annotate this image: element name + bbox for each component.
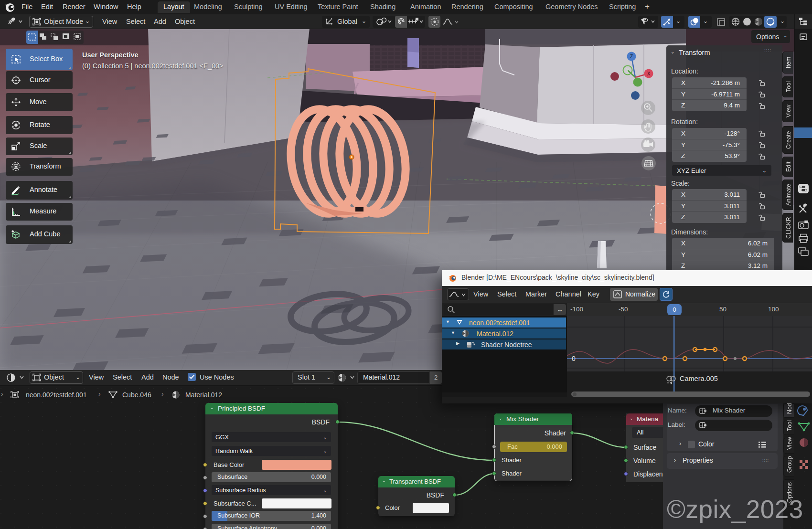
svg-text:Camera.005: Camera.005: [680, 375, 718, 382]
svg-text:X: X: [647, 71, 651, 76]
svg-text:Y: Y: [626, 68, 630, 73]
svg-text:0: 0: [572, 355, 576, 362]
svg-text:Z: Z: [630, 54, 633, 59]
